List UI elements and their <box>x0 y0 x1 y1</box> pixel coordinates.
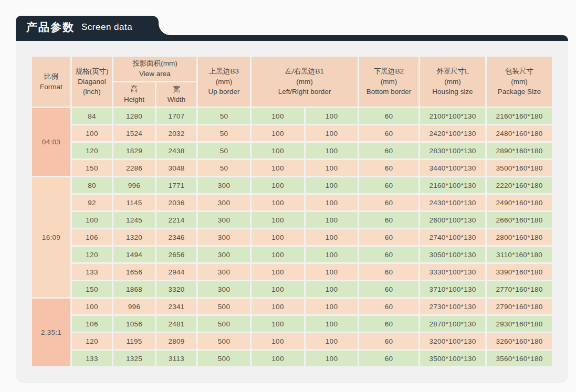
data-cell: 2656 <box>156 247 196 262</box>
col-header-height-zh: 高 <box>113 84 155 94</box>
data-cell: 500 <box>198 333 250 349</box>
col-header-diagonal: 规格(英寸) Diaganol (inch) <box>72 57 112 107</box>
col-header-housing-zh: 外罩尺寸L <box>420 66 485 77</box>
data-cell: 3260*160*180 <box>487 333 552 349</box>
tab-fillet-curve <box>159 24 170 35</box>
data-cell: 3320 <box>156 281 196 297</box>
data-cell: 100 <box>306 351 358 366</box>
col-header-package: 包装尺寸 (mm) Package Size <box>487 57 552 107</box>
data-cell: 100 <box>72 125 112 141</box>
col-header-package-unit: (mm) <box>487 77 552 87</box>
data-cell: 150 <box>72 281 112 297</box>
data-cell: 500 <box>198 316 250 332</box>
col-header-height-en: Height <box>113 94 155 105</box>
col-header-up-border-en: Up border <box>198 87 250 97</box>
col-header-housing-unit: (mm) <box>420 77 485 87</box>
data-cell: 120 <box>72 333 112 349</box>
data-cell: 2420*100*130 <box>420 125 485 141</box>
data-cell: 60 <box>359 299 418 314</box>
data-cell: 300 <box>198 212 250 228</box>
col-header-lr-border: 左/右黑边B1 (mm) Left/Right border <box>252 57 358 107</box>
data-cell: 100 <box>306 160 358 176</box>
data-cell: 1771 <box>156 177 196 193</box>
data-cell: 60 <box>359 316 418 332</box>
table-row: 9211452036300100100602430*100*1302490*16… <box>32 195 552 210</box>
col-header-height: 高 Height <box>113 82 155 107</box>
data-cell: 1325 <box>113 351 155 366</box>
data-cell: 100 <box>306 316 358 332</box>
data-cell: 2730*100*130 <box>420 299 485 314</box>
data-cell: 120 <box>72 247 112 262</box>
col-header-bottom-border: 下黑边B2 (mm) Bottom border <box>359 57 418 107</box>
data-cell: 2600*100*130 <box>420 212 485 228</box>
tab-title-en: Screen data <box>81 22 132 33</box>
data-cell: 1280 <box>113 108 155 124</box>
col-header-up-border: 上黑边B3 (mm) Up border <box>198 57 250 107</box>
data-cell: 3113 <box>156 351 196 366</box>
data-cell: 500 <box>198 351 250 366</box>
data-cell: 2490*160*180 <box>487 195 552 210</box>
data-cell: 100 <box>72 212 112 228</box>
data-cell: 996 <box>113 299 155 314</box>
col-header-format-en: Format <box>32 82 70 92</box>
data-cell: 2438 <box>156 143 196 158</box>
data-cell: 1707 <box>156 108 196 124</box>
col-header-format: 比例 Format <box>32 57 70 107</box>
data-cell: 3390*160*180 <box>487 264 552 280</box>
data-cell: 2790*160*180 <box>487 299 552 314</box>
data-cell: 3110*160*180 <box>487 247 552 262</box>
data-cell: 100 <box>306 264 358 280</box>
col-header-view-area-en: View area <box>113 69 196 79</box>
col-header-width-zh: 宽 <box>156 84 196 94</box>
data-cell: 3440*100*130 <box>420 160 485 176</box>
data-cell: 100 <box>252 351 304 366</box>
col-header-lr-border-zh: 左/右黑边B1 <box>252 66 358 77</box>
data-cell: 300 <box>198 264 250 280</box>
data-cell: 60 <box>359 247 418 262</box>
header-row-1: 比例 Format 规格(英寸) Diaganol (inch) 投影面积(mm… <box>32 57 552 81</box>
data-cell: 2160*100*130 <box>420 177 485 193</box>
data-cell: 60 <box>359 212 418 228</box>
data-cell: 150 <box>72 160 112 176</box>
data-cell: 300 <box>198 195 250 210</box>
data-cell: 100 <box>306 333 358 349</box>
data-cell: 2740*100*130 <box>420 229 485 245</box>
col-header-diagonal-en: Diaganol <box>72 77 112 87</box>
col-header-lr-border-unit: (mm) <box>252 77 358 87</box>
table-row: 10610562481500100100602870*100*1302930*1… <box>32 316 552 332</box>
data-cell: 100 <box>306 299 358 314</box>
data-cell: 60 <box>359 281 418 297</box>
col-header-width-en: Width <box>156 94 196 105</box>
data-cell: 50 <box>198 143 250 158</box>
data-cell: 100 <box>306 108 358 124</box>
col-header-lr-border-en: Left/Right border <box>252 87 358 97</box>
data-cell: 1320 <box>113 229 155 245</box>
table-body: 04:03841280170750100100602100*100*130216… <box>32 108 552 366</box>
data-cell: 2660*160*180 <box>487 212 552 228</box>
data-cell: 3200*100*130 <box>420 333 485 349</box>
data-cell: 80 <box>72 177 112 193</box>
data-cell: 60 <box>359 160 418 176</box>
data-cell: 100 <box>306 143 358 158</box>
data-cell: 2220*160*180 <box>487 177 552 193</box>
data-cell: 100 <box>306 247 358 262</box>
data-cell: 500 <box>198 299 250 314</box>
table-header: 比例 Format 规格(英寸) Diaganol (inch) 投影面积(mm… <box>32 57 552 107</box>
table-row: 1502286304850100100603440*100*1303500*16… <box>32 160 552 176</box>
data-cell: 60 <box>359 177 418 193</box>
data-cell: 2770*160*180 <box>487 281 552 297</box>
table-row: 12011952809500100100603200*100*1303260*1… <box>32 333 552 349</box>
data-cell: 106 <box>72 229 112 245</box>
data-cell: 300 <box>198 247 250 262</box>
data-cell: 100 <box>252 125 304 141</box>
data-cell: 3560*160*180 <box>487 351 552 366</box>
data-cell: 2890*160*180 <box>487 143 552 158</box>
data-cell: 3048 <box>156 160 196 176</box>
data-cell: 133 <box>72 264 112 280</box>
format-group-cell: 2.35:1 <box>32 299 70 366</box>
data-cell: 100 <box>252 247 304 262</box>
col-header-view-area-zh: 投影面积(mm) <box>113 58 196 69</box>
data-cell: 100 <box>252 264 304 280</box>
data-cell: 100 <box>252 177 304 193</box>
data-cell: 100 <box>252 143 304 158</box>
